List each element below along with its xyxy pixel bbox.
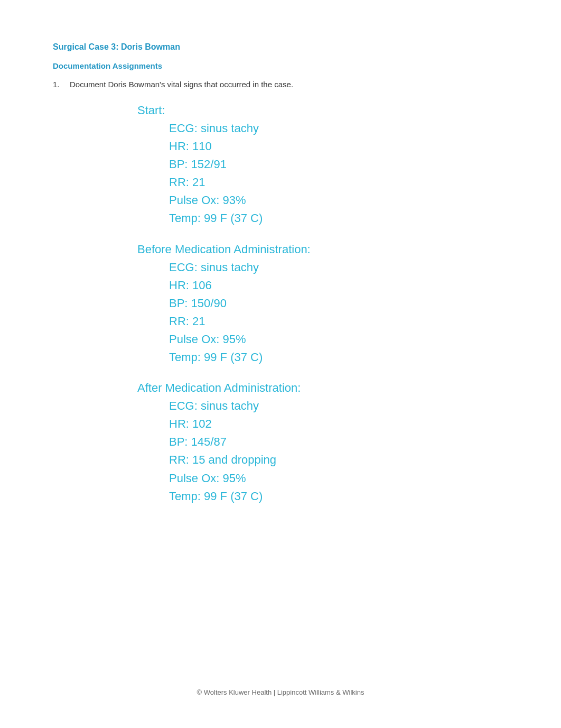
vital-line: Pulse Ox: 93%: [169, 191, 508, 209]
vital-line: ECG: sinus tachy: [169, 259, 508, 277]
vitals-after-label: After Medication Administration:: [137, 381, 508, 395]
vital-line: Temp: 99 F (37 C): [169, 348, 508, 366]
assignment-number: 1.: [53, 80, 66, 89]
vitals-start-label: Start:: [137, 104, 508, 117]
section-heading: Documentation Assignments: [53, 61, 508, 70]
vital-line: RR: 15 and dropping: [169, 451, 508, 469]
vitals-before-section: Before Medication Administration: ECG: s…: [137, 243, 508, 367]
case-title: Surgical Case 3: Doris Bowman: [53, 42, 508, 52]
footer-text: © Wolters Kluwer Health | Lippincott Wil…: [0, 688, 561, 696]
vital-line: BP: 152/91: [169, 155, 508, 173]
vital-line: RR: 21: [169, 173, 508, 191]
vital-line: HR: 110: [169, 137, 508, 155]
vitals-start-lines: ECG: sinus tachyHR: 110BP: 152/91RR: 21P…: [137, 119, 508, 228]
vitals-block: Start: ECG: sinus tachyHR: 110BP: 152/91…: [137, 104, 508, 505]
vital-line: HR: 102: [169, 415, 508, 433]
vital-line: ECG: sinus tachy: [169, 119, 508, 137]
vital-line: BP: 150/90: [169, 294, 508, 312]
vitals-start-section: Start: ECG: sinus tachyHR: 110BP: 152/91…: [137, 104, 508, 228]
vital-line: Pulse Ox: 95%: [169, 330, 508, 348]
vitals-after-lines: ECG: sinus tachyHR: 102BP: 145/87RR: 15 …: [137, 397, 508, 505]
vital-line: Pulse Ox: 95%: [169, 469, 508, 487]
vital-line: BP: 145/87: [169, 433, 508, 451]
assignment-text: Document Doris Bowman's vital signs that…: [70, 80, 293, 89]
assignment-item: 1. Document Doris Bowman's vital signs t…: [53, 80, 508, 89]
vitals-before-label: Before Medication Administration:: [137, 243, 508, 256]
vital-line: HR: 106: [169, 277, 508, 294]
vital-line: Temp: 99 F (37 C): [169, 487, 508, 505]
vital-line: Temp: 99 F (37 C): [169, 209, 508, 227]
vitals-before-lines: ECG: sinus tachyHR: 106BP: 150/90RR: 21P…: [137, 259, 508, 367]
vitals-after-section: After Medication Administration: ECG: si…: [137, 381, 508, 505]
vital-line: RR: 21: [169, 312, 508, 330]
vital-line: ECG: sinus tachy: [169, 397, 508, 415]
